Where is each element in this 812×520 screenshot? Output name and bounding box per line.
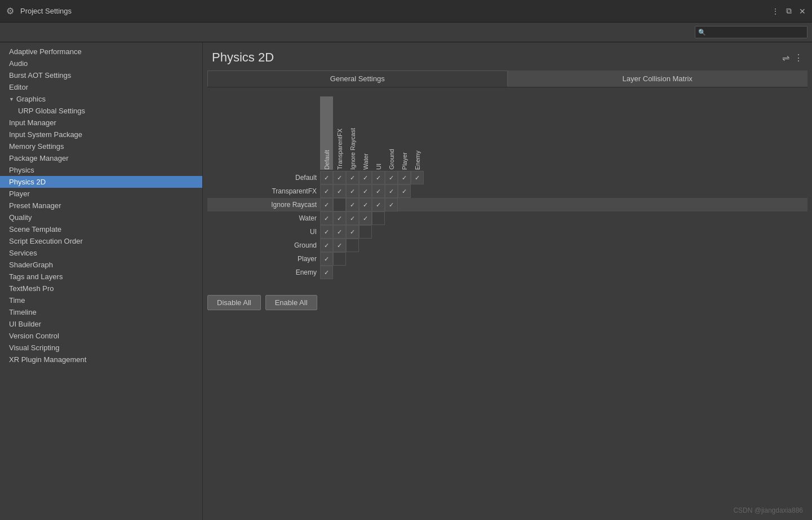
sidebar-item-physics-2d[interactable]: Physics 2D (0, 176, 202, 188)
row-label: Ignore Raycast (207, 201, 320, 209)
sidebar-item-memory-settings[interactable]: Memory Settings (0, 140, 202, 152)
col-header-ground: Ground (385, 96, 398, 170)
matrix-cell[interactable]: ✓ (320, 252, 333, 266)
matrix-header-row: DefaultTransparentFXIgnore RaycastWaterU… (207, 96, 807, 170)
sidebar-item-version-control[interactable]: Version Control (0, 330, 202, 342)
window-controls: ⋮ ⧉ ✕ (770, 6, 807, 16)
matrix-cell[interactable]: ✓ (333, 211, 346, 225)
matrix-cell[interactable]: ✓ (346, 225, 359, 239)
close-btn[interactable]: ✕ (797, 6, 807, 16)
main-layout: Adaptive PerformanceAudioBurst AOT Setti… (0, 42, 812, 520)
sidebar-item-input-manager[interactable]: Input Manager (0, 117, 202, 129)
sidebar-item-physics[interactable]: Physics (0, 164, 202, 176)
matrix-cell[interactable]: ✓ (372, 184, 385, 198)
matrix-cell[interactable]: ✓ (385, 184, 398, 198)
tab-general-settings[interactable]: General Settings (207, 70, 508, 87)
col-header-label: Ignore Raycast (349, 126, 356, 170)
sidebar-item-label: Scene Template (9, 225, 61, 233)
matrix-cell[interactable]: ✓ (320, 184, 333, 198)
matrix-cell[interactable]: ✓ (320, 225, 333, 239)
matrix-row: Player✓ (207, 252, 807, 266)
matrix-cell[interactable]: ✓ (372, 171, 385, 184)
btn-row: Disable All Enable All (207, 295, 807, 310)
matrix-cell (372, 266, 385, 279)
matrix-cell[interactable]: ✓ (346, 184, 359, 198)
col-header-water: Water (359, 96, 372, 170)
header-actions: ⇌ ⋮ (782, 52, 803, 63)
sidebar-item-graphics[interactable]: ▼Graphics (0, 93, 202, 105)
matrix-cell[interactable]: ✓ (320, 198, 333, 211)
sidebar-item-editor[interactable]: Editor (0, 81, 202, 93)
matrix-cells: ✓✓✓✓ (320, 211, 424, 225)
search-input[interactable] (695, 26, 807, 38)
matrix-cell[interactable]: ✓ (333, 239, 346, 252)
sidebar-item-label: Preset Manager (9, 201, 61, 210)
sidebar-item-ui-builder[interactable]: UI Builder (0, 318, 202, 330)
sidebar-item-preset-manager[interactable]: Preset Manager (0, 200, 202, 211)
disable-all-button[interactable]: Disable All (207, 295, 261, 310)
matrix-cell (398, 266, 411, 279)
matrix-cell[interactable]: ✓ (333, 225, 346, 239)
sidebar-item-package-manager[interactable]: Package Manager (0, 152, 202, 164)
sidebar-item-player[interactable]: Player (0, 188, 202, 200)
matrix-cell (398, 225, 411, 239)
main-content: Physics 2D ⇌ ⋮ General SettingsLayer Col… (203, 42, 812, 520)
matrix-cell[interactable]: ✓ (398, 171, 411, 184)
sidebar-item-label: Physics (9, 166, 34, 174)
sidebar-item-burst-aot[interactable]: Burst AOT Settings (0, 69, 202, 81)
matrix-cell[interactable]: ✓ (359, 171, 372, 184)
sidebar-item-xr-plugin[interactable]: XR Plugin Management (0, 354, 202, 365)
matrix-cell[interactable]: ✓ (320, 239, 333, 252)
sidebar-item-adaptive-performance[interactable]: Adaptive Performance (0, 46, 202, 58)
maximize-btn[interactable]: ⧉ (784, 6, 794, 16)
matrix-cell[interactable]: ✓ (359, 198, 372, 211)
menu-btn[interactable]: ⋮ (770, 6, 780, 16)
sidebar-item-time[interactable]: Time (0, 294, 202, 306)
matrix-cell (333, 266, 346, 279)
matrix-cell (346, 266, 359, 279)
matrix-cell[interactable]: ✓ (346, 198, 359, 211)
col-header-label: Player (401, 150, 408, 170)
sidebar-item-audio[interactable]: Audio (0, 58, 202, 69)
matrix-cell[interactable] (333, 198, 346, 211)
matrix-cell[interactable]: ✓ (359, 211, 372, 225)
sidebar-item-quality[interactable]: Quality (0, 211, 202, 223)
adjust-icon[interactable]: ⇌ (782, 52, 789, 63)
more-icon[interactable]: ⋮ (794, 52, 803, 63)
sidebar-item-urp-global[interactable]: URP Global Settings (0, 105, 202, 117)
sidebar-item-scene-template[interactable]: Scene Template (0, 223, 202, 235)
matrix-cell[interactable]: ✓ (385, 171, 398, 184)
col-header-label: Default (323, 148, 330, 170)
sidebar-item-textmesh-pro[interactable]: TextMesh Pro (0, 283, 202, 294)
tab-layer-collision-matrix[interactable]: Layer Collision Matrix (508, 70, 808, 87)
matrix-cell[interactable]: ✓ (320, 171, 333, 184)
matrix-cell[interactable]: ✓ (398, 184, 411, 198)
matrix-cell (398, 198, 411, 211)
sidebar-item-label: Version Control (9, 332, 59, 340)
sidebar-item-input-system[interactable]: Input System Package (0, 129, 202, 140)
sidebar-item-visual-scripting[interactable]: Visual Scripting (0, 342, 202, 354)
sidebar-item-label: Editor (9, 83, 28, 91)
sidebar-item-label: XR Plugin Management (9, 355, 86, 364)
matrix-cell[interactable]: ✓ (372, 198, 385, 211)
matrix-cell (333, 252, 346, 266)
matrix-cell[interactable]: ✓ (320, 211, 333, 225)
matrix-cell[interactable]: ✓ (333, 171, 346, 184)
matrix-row: Water✓✓✓✓ (207, 211, 807, 225)
matrix-cell[interactable]: ✓ (359, 184, 372, 198)
sidebar-item-timeline[interactable]: Timeline (0, 306, 202, 318)
sidebar-item-services[interactable]: Services (0, 247, 202, 259)
matrix-cell[interactable]: ✓ (385, 198, 398, 211)
matrix-cell[interactable]: ✓ (320, 266, 333, 279)
matrix-cells: ✓✓ (320, 239, 424, 252)
matrix-cell[interactable]: ✓ (411, 171, 424, 184)
sidebar-item-label: UI Builder (9, 320, 41, 328)
matrix-cell[interactable]: ✓ (333, 184, 346, 198)
sidebar-item-script-exec[interactable]: Script Execution Order (0, 235, 202, 247)
enable-all-button[interactable]: Enable All (265, 295, 317, 310)
matrix-row: Ground✓✓ (207, 239, 807, 252)
matrix-cell[interactable]: ✓ (346, 171, 359, 184)
sidebar-item-shadergraph[interactable]: ShaderGraph (0, 259, 202, 271)
matrix-cell[interactable]: ✓ (346, 211, 359, 225)
sidebar-item-tags-layers[interactable]: Tags and Layers (0, 271, 202, 283)
